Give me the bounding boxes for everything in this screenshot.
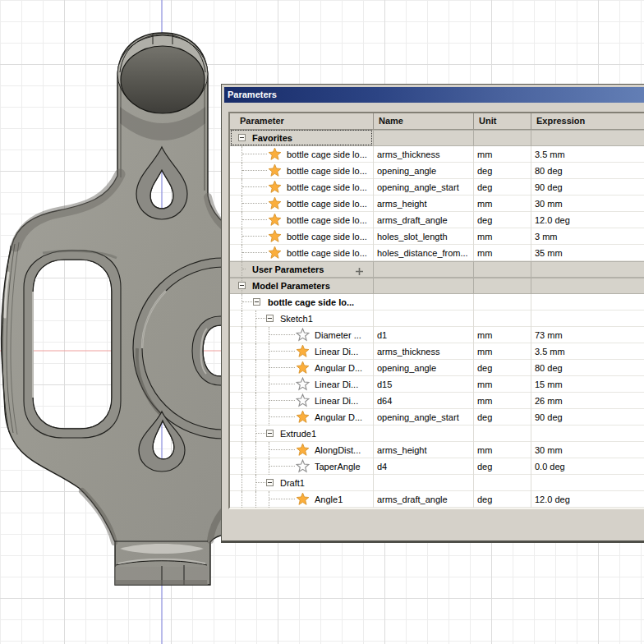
- expr-cell[interactable]: 3 mm: [531, 228, 644, 245]
- dialog-titlebar[interactable]: Parameters: [224, 87, 644, 103]
- parameter-row[interactable]: bottle cage side lo...holes_distance_fro…: [230, 245, 644, 261]
- unit-cell[interactable]: deg: [474, 212, 531, 228]
- unit-cell[interactable]: mm: [474, 442, 531, 458]
- column-header-unit[interactable]: Unit: [474, 113, 531, 129]
- name-cell[interactable]: opening_angle: [374, 360, 474, 376]
- parameter-row[interactable]: bottle cage side lo...arms_heightmm30 mm: [230, 196, 644, 212]
- parameter-row[interactable]: bottle cage side lo...arms_thicknessmm3.…: [230, 146, 644, 163]
- unit-cell[interactable]: mm: [474, 327, 531, 343]
- unit-cell[interactable]: mm: [474, 196, 531, 212]
- name-cell[interactable]: d1: [374, 327, 474, 343]
- group-label: Draft1: [280, 475, 305, 491]
- tree-collapse-icon[interactable]: [266, 479, 274, 486]
- parameter-row[interactable]: bottle cage side lo...holes_slot_lengthm…: [230, 228, 644, 245]
- expr-cell[interactable]: 35 mm: [531, 245, 644, 261]
- parameter-row[interactable]: Linear Di...d15mm15 mm: [230, 376, 644, 393]
- parameter-row[interactable]: Diameter ...d1mm73 mm: [230, 327, 644, 343]
- favorite-star-filled-icon[interactable]: [268, 147, 282, 161]
- name-cell[interactable]: arms_draft_angle: [374, 491, 474, 508]
- unit-cell[interactable]: deg: [474, 360, 531, 376]
- tree-collapse-icon[interactable]: [238, 134, 246, 141]
- group-row[interactable]: Model Parameters: [230, 278, 644, 294]
- column-header-parameter[interactable]: Parameter: [230, 113, 374, 129]
- favorite-star-outline-icon[interactable]: [296, 393, 310, 407]
- parameter-row[interactable]: AlongDist...arms_heightmm30 mm: [230, 442, 644, 458]
- parameter-row[interactable]: Linear Di...arms_thicknessmm3.5 mm: [230, 343, 644, 360]
- favorite-star-filled-icon[interactable]: [268, 196, 282, 210]
- expr-cell[interactable]: 3.5 mm: [531, 343, 644, 360]
- favorite-star-filled-icon[interactable]: [268, 180, 282, 194]
- group-row[interactable]: Sketch1: [230, 310, 644, 327]
- expr-cell[interactable]: 90 deg: [531, 409, 644, 426]
- unit-cell[interactable]: deg: [474, 163, 531, 179]
- unit-cell[interactable]: mm: [474, 228, 531, 245]
- unit-cell[interactable]: deg: [474, 409, 531, 426]
- name-cell[interactable]: arms_height: [374, 442, 474, 458]
- name-cell[interactable]: arms_thickness: [374, 343, 474, 360]
- group-row[interactable]: Favorites: [230, 130, 644, 146]
- group-row[interactable]: Extrude1: [230, 426, 644, 442]
- name-cell[interactable]: d64: [374, 393, 474, 409]
- expr-cell[interactable]: 90 deg: [531, 179, 644, 196]
- group-row[interactable]: Draft1: [230, 475, 644, 491]
- parameter-row[interactable]: Angle1arms_draft_angledeg12.0 deg: [230, 491, 644, 508]
- favorite-star-filled-icon[interactable]: [296, 361, 310, 375]
- column-header-name[interactable]: Name: [374, 113, 474, 129]
- name-cell[interactable]: d15: [374, 376, 474, 393]
- add-user-parameter-button[interactable]: [355, 264, 364, 274]
- name-cell[interactable]: arms_height: [374, 196, 474, 212]
- tree-collapse-icon[interactable]: [266, 430, 274, 437]
- unit-cell[interactable]: mm: [474, 343, 531, 360]
- group-row[interactable]: bottle cage side lo...: [230, 294, 644, 310]
- favorite-star-filled-icon[interactable]: [296, 410, 310, 424]
- name-cell[interactable]: opening_angle: [374, 163, 474, 179]
- favorite-star-filled-icon[interactable]: [268, 213, 282, 227]
- expr-cell[interactable]: 80 deg: [531, 163, 644, 179]
- expr-cell[interactable]: 3.5 mm: [531, 146, 644, 163]
- unit-cell[interactable]: mm: [474, 393, 531, 409]
- expr-cell[interactable]: 12.0 deg: [531, 491, 644, 508]
- favorite-star-filled-icon[interactable]: [296, 344, 310, 358]
- expr-cell[interactable]: 30 mm: [531, 196, 644, 212]
- column-header-expression[interactable]: Expression: [531, 113, 644, 129]
- group-row[interactable]: User Parameters: [230, 261, 644, 278]
- favorite-star-outline-icon[interactable]: [296, 377, 310, 391]
- unit-cell[interactable]: mm: [474, 376, 531, 393]
- name-cell[interactable]: arms_thickness: [374, 146, 474, 163]
- parameter-row[interactable]: bottle cage side lo...opening_angle_star…: [230, 179, 644, 196]
- expr-cell[interactable]: 15 mm: [531, 376, 644, 393]
- expr-cell[interactable]: 73 mm: [531, 327, 644, 343]
- parameter-row[interactable]: Angular D...opening_angle_startdeg90 deg: [230, 409, 644, 426]
- tree-collapse-icon[interactable]: [253, 298, 260, 306]
- tree-collapse-icon[interactable]: [266, 315, 274, 322]
- unit-cell[interactable]: mm: [474, 245, 531, 261]
- unit-cell[interactable]: deg: [474, 458, 531, 475]
- parameter-row[interactable]: bottle cage side lo...arms_draft_anglede…: [230, 212, 644, 228]
- name-cell[interactable]: holes_slot_length: [374, 228, 474, 245]
- favorite-star-outline-icon[interactable]: [296, 328, 310, 342]
- expr-cell[interactable]: 80 deg: [531, 360, 644, 376]
- expr-cell[interactable]: 12.0 deg: [531, 212, 644, 228]
- unit-cell[interactable]: deg: [474, 179, 531, 196]
- expr-cell[interactable]: 26 mm: [531, 393, 644, 409]
- favorite-star-filled-icon[interactable]: [268, 229, 282, 243]
- favorite-star-filled-icon[interactable]: [268, 246, 282, 260]
- favorite-star-filled-icon[interactable]: [296, 492, 310, 506]
- tree-collapse-icon[interactable]: [238, 282, 246, 289]
- name-cell[interactable]: opening_angle_start: [374, 409, 474, 426]
- expr-cell[interactable]: 0.0 deg: [531, 458, 644, 475]
- name-cell[interactable]: holes_distance_from...: [374, 245, 474, 261]
- unit-cell[interactable]: deg: [474, 491, 531, 508]
- parameter-row[interactable]: Angular D...opening_angledeg80 deg: [230, 360, 644, 376]
- favorite-star-filled-icon[interactable]: [296, 443, 310, 457]
- name-cell[interactable]: d4: [374, 458, 474, 475]
- parameter-row[interactable]: Linear Di...d64mm26 mm: [230, 393, 644, 409]
- name-cell[interactable]: opening_angle_start: [374, 179, 474, 196]
- parameter-row[interactable]: bottle cage side lo...opening_angledeg80…: [230, 163, 644, 179]
- unit-cell[interactable]: mm: [474, 146, 531, 163]
- expr-cell[interactable]: 30 mm: [531, 442, 644, 458]
- parameter-row[interactable]: TaperAngled4deg0.0 deg: [230, 458, 644, 475]
- favorite-star-outline-icon[interactable]: [296, 459, 310, 473]
- name-cell[interactable]: arms_draft_angle: [374, 212, 474, 228]
- favorite-star-filled-icon[interactable]: [268, 163, 282, 177]
